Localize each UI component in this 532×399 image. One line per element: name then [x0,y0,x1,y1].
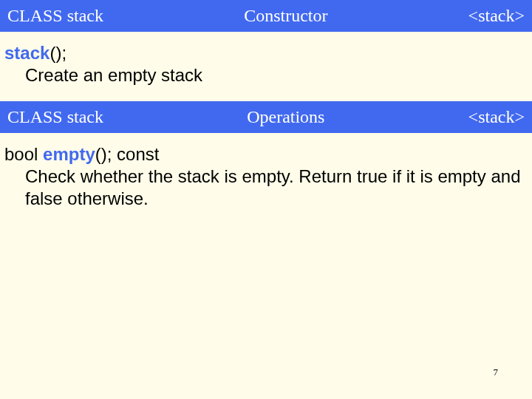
constructor-description: Create an empty stack [4,64,528,86]
empty-sig-suffix: (); const [95,144,160,164]
header-operations: CLASS stack Operations <stack> [0,101,532,133]
empty-name: empty [43,144,95,164]
operation-empty-block: bool empty(); const Check whether the st… [0,133,532,225]
empty-description: Check whether the stack is empty. Return… [4,166,528,210]
constructor-block: stack(); Create an empty stack [0,32,532,101]
constructor-name: stack [4,43,50,63]
header-center-label: Constructor [103,6,468,26]
header2-left-label: CLASS stack [7,107,103,127]
header2-center-label: Operations [103,107,468,127]
empty-signature: bool empty(); const [4,143,528,166]
header-right-label: <stack> [468,6,525,26]
header-constructor: CLASS stack Constructor <stack> [0,0,532,32]
constructor-signature: stack(); [4,42,528,64]
empty-sig-prefix: bool [4,144,43,164]
header-left-label: CLASS stack [7,6,103,26]
constructor-sig-suffix: (); [50,43,66,63]
page-number: 7 [494,366,499,378]
header2-right-label: <stack> [468,107,525,127]
